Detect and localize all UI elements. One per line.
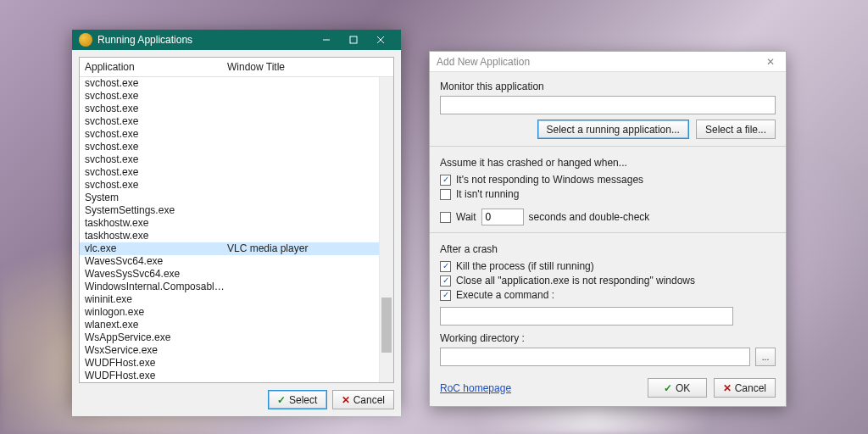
cell-window-title <box>227 319 388 331</box>
scrollbar[interactable] <box>379 77 393 382</box>
cell-window-title <box>227 331 388 344</box>
execute-command-checkbox[interactable] <box>440 290 451 301</box>
cell-application: svchost.exe <box>85 166 227 179</box>
close-button[interactable] <box>367 30 394 50</box>
wait-checkbox[interactable] <box>440 212 451 223</box>
scrollbar-thumb[interactable] <box>381 298 392 353</box>
monitor-input[interactable] <box>440 96 776 114</box>
working-directory-label: Working directory : <box>440 332 776 344</box>
cell-window-title <box>227 217 388 230</box>
table-row[interactable]: svchost.exe <box>80 166 393 179</box>
table-row[interactable]: WUDFHost.exe <box>80 370 393 382</box>
cell-window-title: VLC media player <box>227 242 388 255</box>
cell-application: WUDFHost.exe <box>85 357 227 370</box>
cell-window-title <box>227 166 388 179</box>
running-applications-window: Running Applications Application Window … <box>72 30 401 407</box>
svg-rect-1 <box>350 36 357 43</box>
cell-application: WindowsInternal.ComposableShell.E... <box>85 281 227 293</box>
table-row[interactable]: WUDFHost.exe <box>80 357 393 370</box>
table-row[interactable]: svchost.exe <box>80 90 393 103</box>
table-row[interactable]: WavesSysSvc64.exe <box>80 268 393 281</box>
cell-window-title <box>227 77 388 90</box>
cell-application: WsAppService.exe <box>85 331 227 344</box>
separator <box>430 146 786 147</box>
cell-window-title <box>227 204 388 217</box>
table-row[interactable]: svchost.exe <box>80 153 393 166</box>
table-row[interactable]: svchost.exe <box>80 179 393 192</box>
table-row[interactable]: WsxService.exe <box>80 344 393 357</box>
minimize-button[interactable] <box>313 30 340 50</box>
list-header[interactable]: Application Window Title <box>80 58 393 77</box>
not-responding-label: It's not responding to Windows messages <box>456 174 643 186</box>
table-row[interactable]: svchost.exe <box>80 141 393 153</box>
check-icon: ✓ <box>277 394 286 406</box>
dialog-close-button[interactable]: ✕ <box>762 54 779 70</box>
table-row[interactable]: taskhostw.exe <box>80 230 393 242</box>
wait-seconds-input[interactable] <box>481 209 524 225</box>
table-row[interactable]: svchost.exe <box>80 77 393 90</box>
after-crash-heading: After a crash <box>440 243 776 255</box>
cell-window-title <box>227 115 388 128</box>
cancel-button[interactable]: ✕Cancel <box>332 390 394 409</box>
column-application[interactable]: Application <box>80 58 222 76</box>
working-directory-input[interactable] <box>440 348 750 366</box>
cell-application: svchost.exe <box>85 90 227 103</box>
assume-heading: Assume it has crashed or hanged when... <box>440 157 776 169</box>
cell-application: System <box>85 192 227 204</box>
table-row[interactable]: wlanext.exe <box>80 319 393 331</box>
applications-list[interactable]: Application Window Title svchost.exesvch… <box>79 57 394 383</box>
table-row[interactable]: winlogon.exe <box>80 306 393 319</box>
x-icon: ✕ <box>723 382 732 394</box>
table-row[interactable]: svchost.exe <box>80 103 393 115</box>
select-file-button[interactable]: Select a file... <box>696 120 776 139</box>
execute-command-input[interactable] <box>440 307 733 326</box>
check-icon: ✓ <box>664 382 672 394</box>
ok-button[interactable]: ✓OK <box>648 378 707 398</box>
cell-application: wininit.exe <box>85 293 227 306</box>
table-row[interactable]: WavesSvc64.exe <box>80 255 393 268</box>
maximize-button[interactable] <box>340 30 367 50</box>
window-title: Running Applications <box>97 34 192 46</box>
cell-application: SystemSettings.exe <box>85 204 227 217</box>
cell-window-title <box>227 230 388 242</box>
cell-application: WavesSysSvc64.exe <box>85 268 227 281</box>
cell-application: svchost.exe <box>85 128 227 141</box>
add-new-application-dialog: Add New Application ✕ Monitor this appli… <box>429 51 787 407</box>
cell-application: vlc.exe <box>85 242 227 255</box>
separator <box>430 232 786 233</box>
table-row[interactable]: WindowsInternal.ComposableShell.E... <box>80 281 393 293</box>
table-row[interactable]: vlc.exeVLC media player <box>80 242 393 255</box>
titlebar[interactable]: Running Applications <box>72 30 401 50</box>
cancel-button[interactable]: ✕Cancel <box>714 378 776 398</box>
browse-button[interactable]: ... <box>755 348 776 366</box>
cell-application: svchost.exe <box>85 141 227 153</box>
table-row[interactable]: svchost.exe <box>80 115 393 128</box>
cell-window-title <box>227 344 388 357</box>
select-running-app-button[interactable]: Select a running application... <box>537 120 689 139</box>
table-row[interactable]: svchost.exe <box>80 128 393 141</box>
cell-application: svchost.exe <box>85 153 227 166</box>
table-row[interactable]: SystemSettings.exe <box>80 204 393 217</box>
cell-window-title <box>227 293 388 306</box>
execute-command-label: Execute a command : <box>456 289 554 301</box>
table-row[interactable]: WsAppService.exe <box>80 331 393 344</box>
select-button[interactable]: ✓Select <box>268 390 327 409</box>
kill-process-checkbox[interactable] <box>440 261 451 272</box>
table-row[interactable]: taskhostw.exe <box>80 217 393 230</box>
not-running-checkbox[interactable] <box>440 189 451 200</box>
close-nr-windows-checkbox[interactable] <box>440 275 451 287</box>
cell-window-title <box>227 370 388 382</box>
cell-application: taskhostw.exe <box>85 217 227 230</box>
cell-window-title <box>227 141 388 153</box>
roc-homepage-link[interactable]: RoC homepage <box>440 382 511 394</box>
kill-process-label: Kill the process (if still running) <box>456 260 594 272</box>
dialog-titlebar[interactable]: Add New Application ✕ <box>430 52 786 72</box>
cell-application: svchost.exe <box>85 103 227 115</box>
column-window-title[interactable]: Window Title <box>222 58 393 76</box>
cell-application: taskhostw.exe <box>85 230 227 242</box>
table-row[interactable]: wininit.exe <box>80 293 393 306</box>
cell-application: svchost.exe <box>85 77 227 90</box>
not-responding-checkbox[interactable] <box>440 175 451 186</box>
table-row[interactable]: System <box>80 192 393 204</box>
wait-label: Wait <box>456 211 476 223</box>
